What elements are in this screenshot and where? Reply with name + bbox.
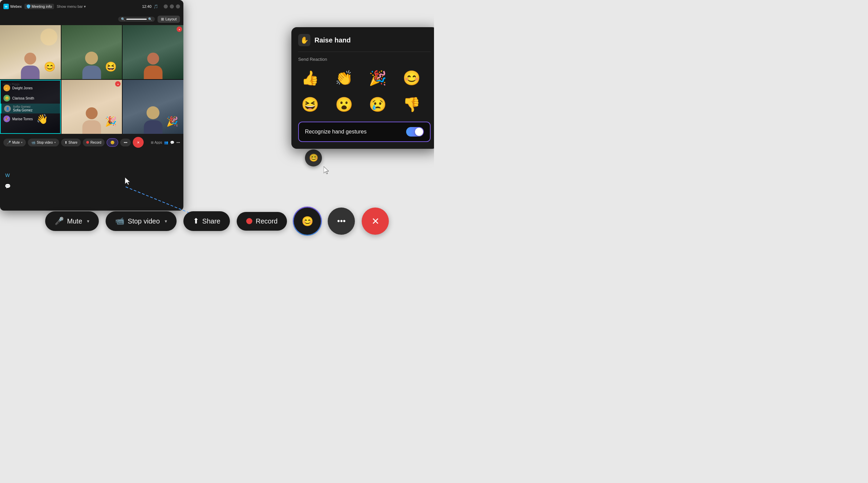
meeting-info-button[interactable]: Meeting info (24, 4, 54, 9)
layout-button[interactable]: ⊞ Layout (158, 16, 180, 23)
mute-button[interactable]: 🎤 Mute ▾ (3, 139, 26, 146)
more-button[interactable]: ••• (120, 139, 131, 146)
participant-name-marise: Marise Torres (12, 117, 33, 121)
zoom-control: 🔍 🔍 (118, 17, 155, 22)
emoji-smile[interactable]: 😊 (400, 66, 423, 90)
participant-item-sofia[interactable]: 👤 Sofia Gomez Sofia Gomez (1, 104, 61, 113)
reactions-button[interactable]: 😊 (107, 138, 118, 147)
zoom-out-icon[interactable]: 🔍 (121, 17, 125, 21)
large-record-dot-icon (246, 218, 252, 224)
end-call-icon: ✕ (137, 141, 140, 144)
title-bar: W Webex Meeting info Show menu bar ▾ 12:… (0, 0, 183, 13)
layout-label: Layout (165, 17, 177, 21)
mute-label: Mute (12, 141, 20, 144)
layout-grid-icon: ⊞ (161, 17, 164, 21)
side-chat-btn[interactable]: 💬 (3, 181, 12, 191)
chat-icon: 💬 (170, 141, 174, 144)
video-cell-6: 🎉 (123, 80, 183, 134)
emoji-party[interactable]: 🎉 (366, 66, 390, 90)
video-cell-3: ● (123, 25, 183, 79)
large-reactions-icon: 😊 (302, 216, 313, 227)
share-icon: ⬆ (65, 141, 67, 144)
bottom-extra: ⊞ Apps 👥 💬 ••• (151, 141, 180, 144)
minimize-button[interactable]: － (164, 4, 168, 8)
apps-icon: ⊞ (151, 141, 153, 144)
popup-header: ✋ Raise hand (298, 34, 431, 46)
side-toolbar: W 💬 (3, 171, 12, 191)
reaction-emoji-2: 😆 (105, 61, 117, 72)
participant-item-clarissa[interactable]: 😊 Clarissa Smith (1, 93, 61, 103)
video-dropdown-arrow: ▾ (54, 141, 56, 144)
participant-avatar-dwight: 👍 (3, 85, 10, 91)
bottom-toolbar: 🎤 Mute ▾ 📹 Stop video ▾ ⬆ Share Record 😊… (0, 134, 183, 151)
large-mute-button[interactable]: 🎤 Mute ▾ (45, 211, 99, 231)
stop-video-label: Stop video (37, 141, 53, 144)
rec-icon: ● (179, 28, 180, 31)
participant-name-dwight: Dwight Jones (12, 86, 33, 90)
large-share-button[interactable]: ⬆ Share (183, 211, 230, 231)
large-more-icon: ••• (337, 216, 346, 226)
reactions-popup: ✋ Raise hand Send Reaction 👍 👏 🎉 😊 😆 😮 😢… (291, 27, 434, 149)
video-cell-2: 😆 (61, 25, 122, 79)
side-webex-btn[interactable]: W (3, 171, 12, 180)
video-cell-1: 😊 (0, 25, 61, 79)
mouse-cursor-toggle (324, 166, 330, 175)
title-bar-time: 12:40 🎵 (142, 4, 158, 9)
close-button[interactable]: ✕ (176, 4, 180, 8)
participant-item-dwight[interactable]: 👍 Dwight Jones (1, 83, 61, 93)
emoji-crying[interactable]: 😢 (366, 92, 390, 116)
apps-label: Apps (155, 141, 162, 144)
app-name: Webex (10, 4, 22, 8)
large-reactions-button[interactable]: 😊 (294, 208, 321, 235)
extra-more-button[interactable]: ••• (176, 141, 180, 144)
stop-video-button[interactable]: 📹 Stop video ▾ (28, 139, 59, 146)
maximize-button[interactable]: □ (170, 4, 174, 8)
large-stop-video-label: Stop video (128, 217, 160, 225)
zoom-slider[interactable] (126, 19, 147, 20)
webex-window: W Webex Meeting info Show menu bar ▾ 12:… (0, 0, 183, 211)
video-cell-4: Henry Riggs 👍 Dwight Jones 😊 Clarissa Sm… (0, 80, 61, 134)
record-button[interactable]: Record (83, 139, 105, 146)
reaction-emoji-5: 🎉 (105, 116, 117, 127)
apps-button[interactable]: ⊞ Apps (151, 141, 162, 144)
participant-name-sofia: Sofia Gomez (13, 108, 33, 112)
large-video-icon: 📹 (115, 217, 124, 226)
large-more-button[interactable]: ••• (328, 208, 355, 235)
chevron-down-icon: ▾ (84, 4, 86, 9)
cell-recording-indicator-3: ● (177, 26, 182, 32)
show-menu-bar-button[interactable]: Show menu bar ▾ (57, 4, 86, 9)
chat-button[interactable]: 💬 (170, 141, 174, 144)
recognize-gestures-label: Recognize hand gestures (305, 129, 366, 135)
record-dot-icon (86, 141, 89, 144)
reaction-emoji-1: 😊 (44, 61, 56, 72)
zoom-in-icon[interactable]: 🔍 (148, 17, 152, 21)
participant-avatar-sofia: 👤 (4, 105, 11, 112)
rec-icon-5: ● (117, 83, 119, 85)
emoji-surprised[interactable]: 😮 (332, 92, 356, 116)
music-icon: 🎵 (153, 4, 158, 9)
large-record-label: Record (256, 217, 277, 225)
large-share-icon: ⬆ (193, 217, 199, 226)
toggle-track (406, 127, 424, 137)
participants-button[interactable]: 👥 (164, 141, 168, 144)
large-stop-video-button[interactable]: 📹 Stop video ▾ (106, 211, 177, 231)
recognize-gestures-toggle[interactable] (406, 127, 424, 137)
add-reaction-button[interactable]: 😊 (305, 149, 322, 166)
raise-hand-icon: ✋ (298, 34, 310, 46)
end-call-button[interactable]: ✕ (133, 137, 144, 148)
large-share-label: Share (202, 217, 220, 225)
emoji-thumbs-down[interactable]: 👎 (400, 92, 423, 116)
participant-item-marise[interactable]: 🎉 Marise Torres (1, 114, 61, 124)
large-record-button[interactable]: Record (237, 212, 287, 231)
emoji-laughing[interactable]: 😆 (298, 92, 322, 116)
emoji-grid: 👍 👏 🎉 😊 😆 😮 😢 👎 (298, 66, 431, 116)
large-mute-dropdown-arrow: ▾ (87, 218, 89, 224)
large-end-button[interactable]: ✕ (362, 208, 389, 235)
participant-name-clarissa: Clarissa Smith (12, 96, 34, 100)
large-mic-icon: 🎤 (55, 217, 64, 226)
video-icon: 📹 (31, 141, 35, 144)
reaction-emoji-4: 👋 (36, 113, 48, 125)
emoji-thumbs-up[interactable]: 👍 (298, 66, 322, 90)
share-button[interactable]: ⬆ Share (61, 139, 81, 146)
emoji-clapping[interactable]: 👏 (332, 66, 356, 90)
